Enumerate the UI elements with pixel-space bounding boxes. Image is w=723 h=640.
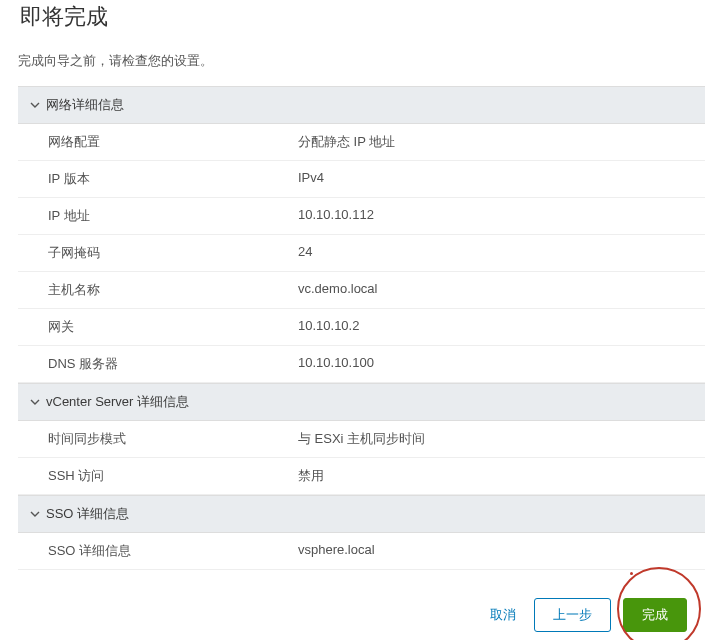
row-label: SSO 详细信息 [18, 542, 298, 560]
back-button[interactable]: 上一步 [534, 598, 611, 632]
row-label: SSH 访问 [18, 467, 298, 485]
row-label: IP 版本 [18, 170, 298, 188]
row-label: 网关 [18, 318, 298, 336]
row-hostname: 主机名称 vc.demo.local [18, 272, 705, 309]
row-gateway: 网关 10.10.10.2 [18, 309, 705, 346]
row-sso-domain: SSO 详细信息 vsphere.local [18, 533, 705, 570]
row-value: 10.10.10.112 [298, 207, 705, 225]
row-label: IP 地址 [18, 207, 298, 225]
row-value: 与 ESXi 主机同步时间 [298, 430, 705, 448]
row-label: 网络配置 [18, 133, 298, 151]
row-value: IPv4 [298, 170, 705, 188]
finish-button[interactable]: 完成 [623, 598, 687, 632]
row-time-sync: 时间同步模式 与 ESXi 主机同步时间 [18, 421, 705, 458]
row-ip-address: IP 地址 10.10.10.112 [18, 198, 705, 235]
row-ssh-access: SSH 访问 禁用 [18, 458, 705, 495]
row-value: vsphere.local [298, 542, 705, 560]
row-value: 分配静态 IP 地址 [298, 133, 705, 151]
row-dns: DNS 服务器 10.10.10.100 [18, 346, 705, 383]
section-vcenter-header[interactable]: vCenter Server 详细信息 [18, 383, 705, 421]
cancel-link[interactable]: 取消 [490, 606, 516, 624]
row-value: 10.10.10.100 [298, 355, 705, 373]
row-label: 时间同步模式 [18, 430, 298, 448]
row-network-config: 网络配置 分配静态 IP 地址 [18, 124, 705, 161]
chevron-down-icon [30, 100, 40, 110]
section-header-label: vCenter Server 详细信息 [46, 393, 189, 411]
row-label: 主机名称 [18, 281, 298, 299]
row-value: 禁用 [298, 467, 705, 485]
section-network-header[interactable]: 网络详细信息 [18, 86, 705, 124]
page-subtitle: 完成向导之前，请检查您的设置。 [18, 52, 705, 70]
section-sso-body: SSO 详细信息 vsphere.local [18, 533, 705, 570]
section-network-body: 网络配置 分配静态 IP 地址 IP 版本 IPv4 IP 地址 10.10.1… [18, 124, 705, 383]
section-vcenter-body: 时间同步模式 与 ESXi 主机同步时间 SSH 访问 禁用 [18, 421, 705, 495]
page-title: 即将完成 [20, 2, 705, 32]
annotation-dot [630, 572, 633, 575]
row-value: 10.10.10.2 [298, 318, 705, 336]
row-ip-version: IP 版本 IPv4 [18, 161, 705, 198]
row-label: 子网掩码 [18, 244, 298, 262]
row-value: vc.demo.local [298, 281, 705, 299]
wizard-footer: 取消 上一步 完成 [18, 570, 705, 640]
chevron-down-icon [30, 397, 40, 407]
section-header-label: SSO 详细信息 [46, 505, 129, 523]
row-label: DNS 服务器 [18, 355, 298, 373]
row-subnet-mask: 子网掩码 24 [18, 235, 705, 272]
section-header-label: 网络详细信息 [46, 96, 124, 114]
section-sso-header[interactable]: SSO 详细信息 [18, 495, 705, 533]
row-value: 24 [298, 244, 705, 262]
chevron-down-icon [30, 509, 40, 519]
